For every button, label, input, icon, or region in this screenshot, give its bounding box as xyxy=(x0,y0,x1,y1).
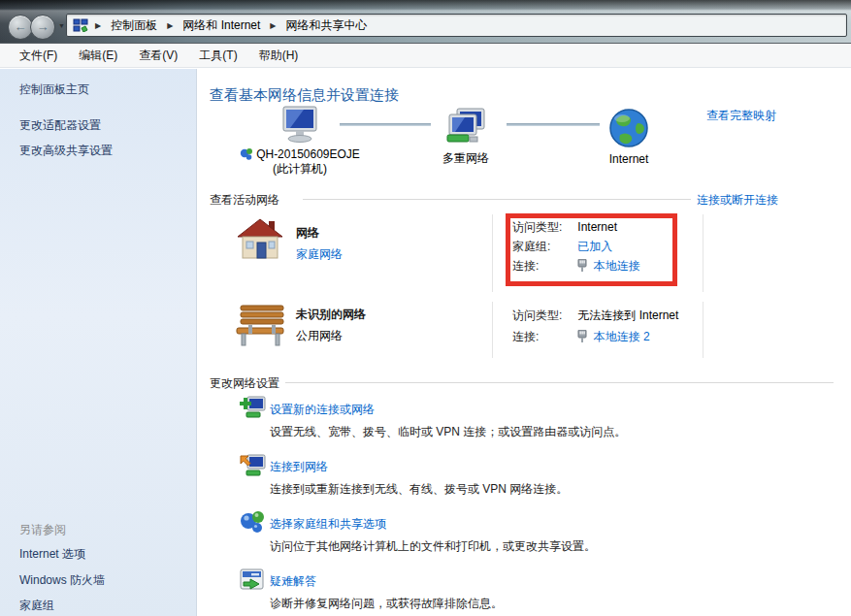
title-bar: ← → ▼ ▶ 控制面板 ▶ 网络和 Internet ▶ 网络和共享中心 xyxy=(0,0,851,43)
setup-new-connection-link[interactable]: 设置新的连接或网络 xyxy=(270,402,375,418)
network-type-label: 公用网络 xyxy=(296,328,343,344)
breadcrumb-network-sharing-center[interactable]: 网络和共享中心 xyxy=(283,16,371,35)
sidebar-item-control-panel-home[interactable]: 控制面板主页 xyxy=(19,81,89,98)
computer-name: QH-20150609EOJE xyxy=(256,147,360,161)
local-connection-2-link[interactable]: 本地连接 2 xyxy=(594,330,650,343)
menu-help[interactable]: 帮助(H) xyxy=(249,45,309,67)
network-name: 未识别的网络 xyxy=(296,307,366,323)
sidebar-item-internet-options[interactable]: Internet 选项 xyxy=(19,546,85,563)
sidebar-item-homegroup[interactable]: 家庭组 xyxy=(19,598,54,614)
connect-to-network-desc: 连接到或重新连接到无线、有线、拨号或 VPN 网络连接。 xyxy=(270,481,568,498)
network-sharing-center-window: ← → ▼ ▶ 控制面板 ▶ 网络和 Internet ▶ 网络和共享中心 文件… xyxy=(0,0,851,616)
network-name: 网络 xyxy=(296,225,319,242)
details-divider xyxy=(703,214,704,292)
breadcrumb-separator: ▶ xyxy=(268,21,278,30)
connect-to-network-icon xyxy=(239,452,266,479)
main-content: 查看基本网络信息并设置连接 xyxy=(198,69,851,616)
sidebar-item-windows-firewall[interactable]: Windows 防火墙 xyxy=(19,572,105,589)
details-divider xyxy=(492,302,493,358)
menu-file[interactable]: 文件(F) xyxy=(10,45,67,67)
troubleshoot-icon xyxy=(239,567,266,594)
sidebar-item-advanced-sharing-settings[interactable]: 更改高级共享设置 xyxy=(19,143,113,159)
setup-new-connection-desc: 设置无线、宽带、拨号、临时或 VPN 连接；或设置路由器或访问点。 xyxy=(270,424,626,440)
map-node-multiple-networks[interactable]: 多重网络 xyxy=(417,108,514,167)
map-node-internet[interactable]: Internet xyxy=(584,108,673,166)
sidebar: 控制面板主页 更改适配器设置 更改高级共享设置 另请参阅 Internet 选项… xyxy=(0,69,197,616)
details-divider xyxy=(492,214,493,292)
ethernet-icon xyxy=(577,259,587,272)
new-connection-icon xyxy=(239,394,266,421)
forward-button[interactable]: → xyxy=(30,15,55,40)
access-type-value: Internet xyxy=(577,220,617,234)
multiple-networks-label: 多重网络 xyxy=(417,150,514,167)
network-breadcrumb-icon xyxy=(73,18,88,32)
ethernet-icon xyxy=(577,330,587,342)
breadcrumb-control-panel[interactable]: 控制面板 xyxy=(108,16,160,35)
multiple-networks-icon xyxy=(443,108,488,146)
homegroup-joined-link[interactable]: 已加入 xyxy=(577,240,612,253)
menu-bar: 文件(F) 编辑(E) 查看(V) 工具(T) 帮助(H) xyxy=(0,43,851,68)
troubleshoot-link[interactable]: 疑难解答 xyxy=(270,573,316,590)
internet-label: Internet xyxy=(584,152,673,166)
connect-disconnect-link[interactable]: 连接或断开连接 xyxy=(697,192,778,209)
choose-homegroup-options-desc: 访问位于其他网络计算机上的文件和打印机，或更改共享设置。 xyxy=(270,538,596,555)
detail-label: 家庭组: xyxy=(512,239,574,255)
see-also-header: 另请参阅 xyxy=(19,522,66,538)
breadcrumb-network-internet[interactable]: 网络和 Internet xyxy=(180,16,263,35)
see-full-map-link[interactable]: 查看完整映射 xyxy=(706,108,776,124)
computer-icon xyxy=(278,106,322,145)
home-network-icon xyxy=(236,217,284,262)
internet-globe-icon xyxy=(608,108,649,148)
detail-label: 连接: xyxy=(512,258,574,275)
public-network-bench-icon xyxy=(235,304,289,348)
details-divider xyxy=(703,302,704,358)
change-settings-header: 更改网络设置 xyxy=(210,375,279,392)
choose-homegroup-options-link[interactable]: 选择家庭组和共享选项 xyxy=(270,516,386,533)
breadcrumb-separator: ▶ xyxy=(165,21,175,30)
address-bar[interactable]: ▶ 控制面板 ▶ 网络和 Internet ▶ 网络和共享中心 xyxy=(66,14,847,37)
section-divider xyxy=(303,199,691,200)
detail-label: 连接: xyxy=(512,329,574,345)
recent-pages-dropdown-icon[interactable]: ▼ xyxy=(58,22,65,29)
troubleshoot-desc: 诊断并修复网络问题，或获得故障排除信息。 xyxy=(270,596,503,612)
page-title: 查看基本网络信息并设置连接 xyxy=(210,86,399,105)
map-node-this-computer[interactable]: QH-20150609EOJE (此计算机) xyxy=(227,106,373,178)
menu-tools[interactable]: 工具(T) xyxy=(189,45,246,67)
homegroup-mini-icon xyxy=(240,147,253,161)
sidebar-item-change-adapter-settings[interactable]: 更改适配器设置 xyxy=(19,117,101,134)
menu-edit[interactable]: 编辑(E) xyxy=(69,45,127,67)
section-divider xyxy=(285,382,834,383)
computer-sub-label: (此计算机) xyxy=(227,161,373,178)
menu-view[interactable]: 查看(V) xyxy=(129,45,187,67)
network-type-link[interactable]: 家庭网络 xyxy=(296,246,343,263)
detail-label: 访问类型: xyxy=(512,308,574,324)
active-networks-header: 查看活动网络 xyxy=(210,192,279,209)
access-type-value: 无法连接到 Internet xyxy=(577,308,678,322)
detail-label: 访问类型: xyxy=(512,219,574,236)
local-connection-link[interactable]: 本地连接 xyxy=(594,259,640,273)
homegroup-sharing-icon xyxy=(239,508,266,535)
connect-to-network-link[interactable]: 连接到网络 xyxy=(270,459,328,475)
breadcrumb-separator: ▶ xyxy=(93,21,103,30)
